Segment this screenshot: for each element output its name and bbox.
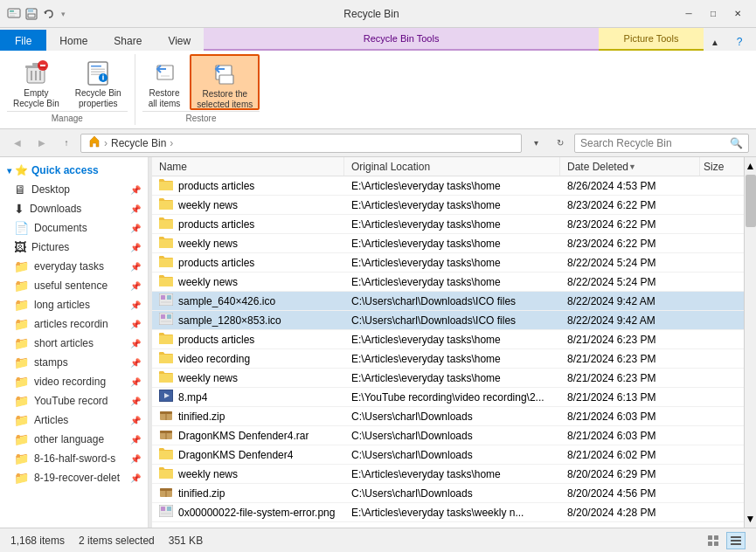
view-large-button[interactable]: [704, 532, 723, 549]
table-row[interactable]: tinified.zip C:\Users\charl\Downloads 8/…: [152, 407, 744, 426]
scroll-down[interactable]: ▼: [745, 510, 756, 528]
address-path[interactable]: › Recycle Bin ›: [80, 134, 522, 153]
file-date: 8/21/2024 6:23 PM: [560, 334, 700, 346]
sidebar: ▾ ⭐ Quick access 🖥 Desktop 📌 ⬇ Downloads…: [0, 157, 149, 528]
sidebar-item-video-recording[interactable]: 📁 video recording 📌: [0, 372, 148, 391]
file-name: weekly news: [178, 372, 238, 384]
sidebar-item-long-articles[interactable]: 📁 long articles 📌: [0, 295, 148, 314]
back-button[interactable]: ◀: [7, 133, 28, 154]
table-row[interactable]: weekly news E:\Articles\everyday tasks\h…: [152, 369, 744, 388]
sidebar-item-8-19-recover[interactable]: 📁 8-19-recover-delet 📌: [0, 468, 148, 487]
table-row[interactable]: weekly news E:\Articles\everyday tasks\h…: [152, 196, 744, 215]
sidebar-item-stamps[interactable]: 📁 stamps 📌: [0, 353, 148, 372]
table-row[interactable]: products articles E:\Articles\everyday t…: [152, 176, 744, 196]
table-row[interactable]: video recording E:\Articles\everyday tas…: [152, 349, 744, 369]
minimize-button[interactable]: ─: [677, 5, 700, 23]
up-button[interactable]: ↑: [56, 133, 77, 154]
scroll-up[interactable]: ▲: [745, 157, 756, 175]
table-row[interactable]: sample_640×426.ico C:\Users\charl\Downlo…: [152, 292, 744, 311]
selected-count: 2 items selected: [79, 535, 155, 547]
table-row[interactable]: products articles E:\Articles\everyday t…: [152, 330, 744, 349]
view-details-button[interactable]: [726, 532, 746, 549]
tab-file[interactable]: File: [0, 30, 46, 51]
file-icon: [159, 370, 173, 385]
search-input[interactable]: [580, 137, 730, 149]
ribbon-collapse[interactable]: ▲: [704, 33, 726, 51]
file-location: E:\Articles\everyday tasks\home: [344, 334, 560, 346]
quick-access-toolbar: [7, 7, 21, 21]
tab-share[interactable]: Share: [101, 30, 155, 51]
file-location: E:\Articles\everyday tasks\weekly n...: [344, 507, 560, 519]
recent-locations-button[interactable]: ▾: [525, 133, 546, 154]
sidebar-section-quick-access[interactable]: ▾ ⭐ Quick access: [0, 161, 148, 180]
file-icon: [159, 197, 173, 212]
articles-pin: 📌: [130, 416, 141, 425]
col-header-size[interactable]: Size: [700, 157, 744, 176]
sidebar-item-articles-recording[interactable]: 📁 articles recordin 📌: [0, 314, 148, 334]
file-name: products articles: [178, 180, 254, 192]
everyday-tasks-pin: 📌: [130, 262, 141, 272]
useful-sentence-label: useful sentence: [34, 279, 127, 292]
file-list: products articles E:\Articles\everyday t…: [152, 176, 744, 528]
empty-recycle-bin-button[interactable]: EmptyRecycle Bin: [7, 54, 66, 110]
help-button[interactable]: ?: [728, 33, 751, 51]
documents-icon: 📄: [14, 221, 29, 235]
restore-selected-button[interactable]: Restore theselected items: [190, 54, 260, 110]
file-name-cell: sample_1280×853.ico: [152, 313, 344, 328]
file-name-cell: products articles: [152, 217, 344, 231]
sidebar-item-articles[interactable]: 📁 Articles 📌: [0, 411, 148, 430]
table-row[interactable]: tinified.zip C:\Users\charl\Downloads 8/…: [152, 484, 744, 503]
table-row[interactable]: 0x00000022-file-system-error.png E:\Arti…: [152, 503, 744, 522]
sidebar-item-everyday-tasks[interactable]: 📁 everyday tasks 📌: [0, 257, 148, 276]
svg-rect-57: [731, 536, 741, 538]
sidebar-item-youtube-record[interactable]: 📁 YouTube record 📌: [0, 391, 148, 411]
long-articles-label: long articles: [34, 299, 127, 311]
breadcrumb-current[interactable]: Recycle Bin: [111, 137, 166, 149]
search-box[interactable]: 🔍: [574, 134, 749, 153]
save-icon[interactable]: [24, 7, 38, 21]
pictures-label: Pictures: [31, 241, 127, 253]
table-row[interactable]: products articles E:\Articles\everyday t…: [152, 215, 744, 234]
sidebar-item-8-16-half-sword[interactable]: 📁 8-16-half-sword-s 📌: [0, 449, 148, 468]
table-row[interactable]: weekly news E:\Articles\everyday tasks\h…: [152, 234, 744, 253]
undo-icon[interactable]: [42, 7, 56, 21]
sidebar-item-documents[interactable]: 📄 Documents 📌: [0, 218, 148, 238]
col-header-name[interactable]: Name: [152, 157, 344, 176]
maximize-button[interactable]: □: [702, 5, 725, 23]
sidebar-item-short-articles[interactable]: 📁 short articles 📌: [0, 334, 148, 353]
sidebar-item-other-language[interactable]: 📁 other language 📌: [0, 430, 148, 449]
restore-selected-icon: [211, 59, 239, 87]
col-header-date[interactable]: Date Deleted ▼: [560, 157, 700, 176]
forward-button[interactable]: ▶: [31, 133, 52, 154]
scroll-thumb[interactable]: [746, 175, 756, 227]
svg-rect-29: [219, 75, 233, 84]
restore-all-button[interactable]: Restoreall items: [142, 54, 187, 110]
table-row[interactable]: products articles E:\Articles\everyday t…: [152, 253, 744, 273]
sidebar-item-useful-sentence[interactable]: 📁 useful sentence 📌: [0, 276, 148, 295]
breadcrumb-arrow: ›: [170, 137, 173, 149]
file-name: products articles: [178, 334, 254, 346]
sidebar-item-desktop[interactable]: 🖥 Desktop 📌: [0, 180, 148, 199]
sidebar-item-pictures[interactable]: 🖼 Pictures 📌: [0, 238, 148, 257]
close-button[interactable]: ✕: [726, 5, 749, 23]
sort-arrow: ▼: [628, 162, 636, 171]
sidebar-item-downloads[interactable]: ⬇ Downloads 📌: [0, 199, 148, 218]
table-row[interactable]: 8.mp4 E:\YouTube recording\video recordi…: [152, 388, 744, 407]
file-icon: [159, 390, 173, 404]
table-row[interactable]: DragonKMS Denfender4.rar C:\Users\charl\…: [152, 426, 744, 445]
stamps-label: stamps: [34, 356, 127, 369]
tab-home[interactable]: Home: [46, 30, 101, 51]
file-name: weekly news: [178, 276, 238, 288]
tab-view[interactable]: View: [155, 30, 204, 51]
downloads-label: Downloads: [30, 203, 127, 215]
recycle-bin-properties-button[interactable]: Recycle Binproperties: [69, 54, 128, 110]
file-name-cell: weekly news: [152, 370, 344, 385]
refresh-button[interactable]: ↻: [550, 133, 571, 154]
file-location: E:\Articles\everyday tasks\home: [344, 372, 560, 384]
scroll-track[interactable]: ▲ ▼: [744, 157, 756, 528]
table-row[interactable]: sample_1280×853.ico C:\Users\charl\Downl…: [152, 311, 744, 330]
table-row[interactable]: DragonKMS Denfender4 C:\Users\charl\Down…: [152, 445, 744, 465]
col-header-location[interactable]: Original Location: [344, 157, 560, 176]
table-row[interactable]: weekly news E:\Articles\everyday tasks\h…: [152, 465, 744, 484]
table-row[interactable]: weekly news E:\Articles\everyday tasks\h…: [152, 273, 744, 292]
